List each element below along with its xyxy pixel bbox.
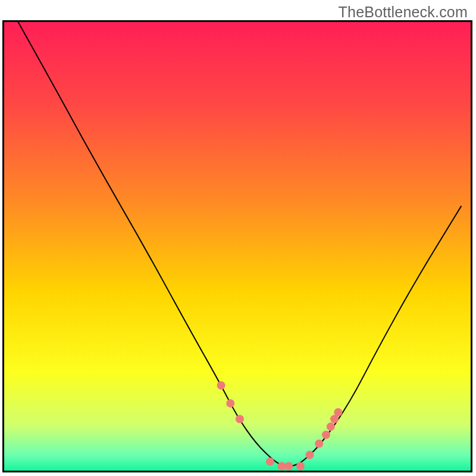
highlight-dot [327, 422, 335, 431]
highlight-dot [236, 415, 244, 423]
chart-stage: TheBottleneck.com [0, 0, 476, 476]
highlight-dot [296, 462, 305, 470]
chart-frame [2, 20, 472, 472]
highlight-dot [226, 399, 234, 408]
highlight-dot [306, 451, 314, 459]
chart-svg [4, 22, 471, 471]
highlight-dot [217, 381, 226, 390]
highlight-dot [284, 462, 293, 470]
highlight-dot [266, 458, 274, 466]
highlight-dot [322, 431, 330, 439]
highlight-dot [334, 408, 342, 416]
watermark-text: TheBottleneck.com [339, 4, 468, 21]
highlight-dot [315, 440, 323, 448]
gradient-bg [4, 22, 471, 471]
